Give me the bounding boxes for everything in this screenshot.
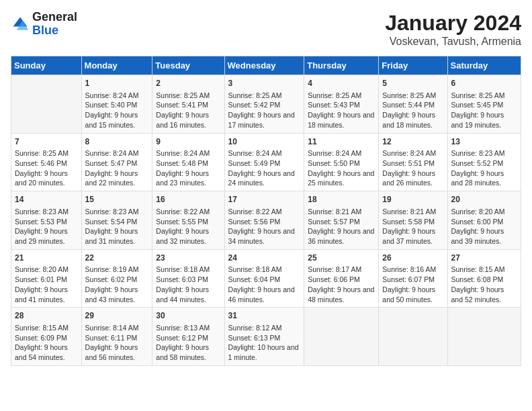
day-header-saturday: Saturday	[447, 56, 521, 75]
day-cell: 8Sunrise: 8:24 AMSunset: 5:47 PMDaylight…	[81, 133, 152, 191]
week-row-4: 21Sunrise: 8:20 AMSunset: 6:01 PMDayligh…	[11, 249, 521, 308]
day-info: Sunrise: 8:20 AMSunset: 6:01 PMDaylight:…	[15, 265, 78, 304]
day-cell: 30Sunrise: 8:13 AMSunset: 6:12 PMDayligh…	[152, 308, 224, 366]
day-cell: 14Sunrise: 8:23 AMSunset: 5:53 PMDayligh…	[11, 191, 82, 250]
day-cell: 25Sunrise: 8:17 AMSunset: 6:06 PMDayligh…	[304, 249, 379, 308]
day-cell: 1Sunrise: 8:24 AMSunset: 5:40 PMDaylight…	[81, 75, 152, 134]
day-info: Sunrise: 8:25 AMSunset: 5:42 PMDaylight:…	[228, 91, 301, 130]
day-info: Sunrise: 8:25 AMSunset: 5:43 PMDaylight:…	[308, 91, 375, 130]
day-cell: 10Sunrise: 8:24 AMSunset: 5:49 PMDayligh…	[224, 133, 304, 191]
day-number: 18	[308, 194, 375, 205]
day-number: 3	[228, 78, 301, 89]
day-header-thursday: Thursday	[304, 56, 379, 75]
day-number: 23	[156, 253, 220, 264]
day-cell: 5Sunrise: 8:25 AMSunset: 5:44 PMDaylight…	[379, 75, 447, 134]
day-cell: 9Sunrise: 8:24 AMSunset: 5:48 PMDaylight…	[152, 133, 224, 191]
day-cell: 18Sunrise: 8:21 AMSunset: 5:57 PMDayligh…	[304, 191, 379, 250]
day-info: Sunrise: 8:20 AMSunset: 6:00 PMDaylight:…	[451, 207, 517, 246]
day-cell	[11, 75, 82, 134]
day-cell	[304, 308, 379, 366]
day-number: 29	[85, 310, 149, 322]
day-header-friday: Friday	[379, 56, 447, 75]
day-number: 14	[15, 194, 78, 205]
day-number: 11	[308, 136, 375, 148]
day-cell: 4Sunrise: 8:25 AMSunset: 5:43 PMDaylight…	[304, 75, 379, 134]
day-cell: 7Sunrise: 8:25 AMSunset: 5:46 PMDaylight…	[11, 133, 82, 191]
day-number: 7	[15, 136, 78, 148]
day-info: Sunrise: 8:21 AMSunset: 5:58 PMDaylight:…	[382, 207, 443, 246]
day-info: Sunrise: 8:24 AMSunset: 5:48 PMDaylight:…	[156, 148, 220, 188]
day-info: Sunrise: 8:24 AMSunset: 5:40 PMDaylight:…	[85, 91, 149, 130]
day-cell: 3Sunrise: 8:25 AMSunset: 5:42 PMDaylight…	[224, 75, 304, 134]
day-info: Sunrise: 8:18 AMSunset: 6:04 PMDaylight:…	[228, 265, 301, 304]
day-info: Sunrise: 8:18 AMSunset: 6:03 PMDaylight:…	[156, 265, 220, 304]
day-cell: 11Sunrise: 8:24 AMSunset: 5:50 PMDayligh…	[304, 133, 379, 191]
header-row: SundayMondayTuesdayWednesdayThursdayFrid…	[11, 56, 521, 75]
day-number: 22	[85, 253, 149, 264]
calendar-table: SundayMondayTuesdayWednesdayThursdayFrid…	[11, 56, 521, 366]
day-cell: 2Sunrise: 8:25 AMSunset: 5:41 PMDaylight…	[152, 75, 224, 134]
week-row-1: 1Sunrise: 8:24 AMSunset: 5:40 PMDaylight…	[11, 75, 521, 134]
day-info: Sunrise: 8:21 AMSunset: 5:57 PMDaylight:…	[308, 207, 375, 246]
title-area: January 2024 Voskevan, Tavush, Armenia	[385, 11, 521, 48]
day-number: 16	[156, 194, 220, 205]
day-cell: 24Sunrise: 8:18 AMSunset: 6:04 PMDayligh…	[224, 249, 304, 308]
day-number: 15	[85, 194, 149, 205]
day-info: Sunrise: 8:25 AMSunset: 5:44 PMDaylight:…	[382, 91, 443, 130]
day-cell: 21Sunrise: 8:20 AMSunset: 6:01 PMDayligh…	[11, 249, 82, 308]
logo-icon	[11, 15, 30, 34]
day-info: Sunrise: 8:16 AMSunset: 6:07 PMDaylight:…	[382, 265, 443, 304]
day-cell: 13Sunrise: 8:23 AMSunset: 5:52 PMDayligh…	[447, 133, 521, 191]
day-cell: 16Sunrise: 8:22 AMSunset: 5:55 PMDayligh…	[152, 191, 224, 250]
day-number: 20	[451, 194, 517, 205]
day-info: Sunrise: 8:23 AMSunset: 5:54 PMDaylight:…	[85, 207, 149, 246]
day-number: 2	[156, 78, 220, 89]
day-cell: 6Sunrise: 8:25 AMSunset: 5:45 PMDaylight…	[447, 75, 521, 134]
day-number: 31	[228, 310, 301, 322]
day-cell: 17Sunrise: 8:22 AMSunset: 5:56 PMDayligh…	[224, 191, 304, 250]
day-number: 28	[15, 310, 78, 322]
day-info: Sunrise: 8:24 AMSunset: 5:50 PMDaylight:…	[308, 148, 375, 188]
day-cell: 15Sunrise: 8:23 AMSunset: 5:54 PMDayligh…	[81, 191, 152, 250]
day-info: Sunrise: 8:13 AMSunset: 6:12 PMDaylight:…	[156, 323, 220, 363]
day-header-sunday: Sunday	[11, 56, 82, 75]
header: General Blue January 2024 Voskevan, Tavu…	[11, 11, 521, 48]
day-info: Sunrise: 8:22 AMSunset: 5:55 PMDaylight:…	[156, 207, 220, 246]
day-number: 25	[308, 253, 375, 264]
day-info: Sunrise: 8:25 AMSunset: 5:46 PMDaylight:…	[15, 148, 78, 188]
logo-general-text: General	[32, 11, 77, 24]
day-cell: 28Sunrise: 8:15 AMSunset: 6:09 PMDayligh…	[11, 308, 82, 366]
day-info: Sunrise: 8:17 AMSunset: 6:06 PMDaylight:…	[308, 265, 375, 304]
day-number: 4	[308, 78, 375, 89]
day-number: 19	[382, 194, 443, 205]
day-info: Sunrise: 8:23 AMSunset: 5:53 PMDaylight:…	[15, 207, 78, 246]
day-info: Sunrise: 8:22 AMSunset: 5:56 PMDaylight:…	[228, 207, 301, 246]
day-number: 9	[156, 136, 220, 148]
day-cell: 20Sunrise: 8:20 AMSunset: 6:00 PMDayligh…	[447, 191, 521, 250]
day-info: Sunrise: 8:25 AMSunset: 5:45 PMDaylight:…	[451, 91, 517, 130]
day-number: 12	[382, 136, 443, 148]
day-number: 26	[382, 253, 443, 264]
day-number: 13	[451, 136, 517, 148]
week-row-3: 14Sunrise: 8:23 AMSunset: 5:53 PMDayligh…	[11, 191, 521, 250]
day-header-monday: Monday	[81, 56, 152, 75]
day-info: Sunrise: 8:12 AMSunset: 6:13 PMDaylight:…	[228, 323, 301, 363]
day-header-tuesday: Tuesday	[152, 56, 224, 75]
day-number: 21	[15, 253, 78, 264]
day-cell: 22Sunrise: 8:19 AMSunset: 6:02 PMDayligh…	[81, 249, 152, 308]
sub-title: Voskevan, Tavush, Armenia	[385, 36, 521, 48]
day-header-wednesday: Wednesday	[224, 56, 304, 75]
day-cell: 31Sunrise: 8:12 AMSunset: 6:13 PMDayligh…	[224, 308, 304, 366]
day-cell: 26Sunrise: 8:16 AMSunset: 6:07 PMDayligh…	[379, 249, 447, 308]
day-info: Sunrise: 8:15 AMSunset: 6:09 PMDaylight:…	[15, 323, 78, 363]
day-number: 5	[382, 78, 443, 89]
day-number: 1	[85, 78, 149, 89]
day-info: Sunrise: 8:25 AMSunset: 5:41 PMDaylight:…	[156, 91, 220, 130]
day-cell: 23Sunrise: 8:18 AMSunset: 6:03 PMDayligh…	[152, 249, 224, 308]
day-info: Sunrise: 8:19 AMSunset: 6:02 PMDaylight:…	[85, 265, 149, 304]
day-info: Sunrise: 8:14 AMSunset: 6:11 PMDaylight:…	[85, 323, 149, 363]
logo: General Blue	[11, 11, 77, 38]
day-number: 6	[451, 78, 517, 89]
day-info: Sunrise: 8:24 AMSunset: 5:51 PMDaylight:…	[382, 148, 443, 188]
day-info: Sunrise: 8:24 AMSunset: 5:49 PMDaylight:…	[228, 148, 301, 188]
